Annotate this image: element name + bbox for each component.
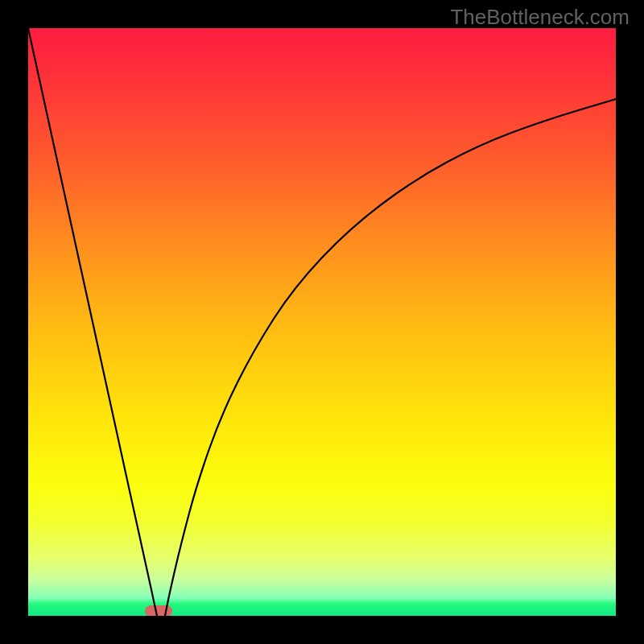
watermark-text: TheBottleneck.com	[450, 5, 630, 30]
chart-frame: TheBottleneck.com	[0, 0, 644, 644]
plot-area	[28, 28, 616, 616]
bottleneck-curve	[28, 28, 616, 616]
curve-path	[28, 28, 616, 616]
